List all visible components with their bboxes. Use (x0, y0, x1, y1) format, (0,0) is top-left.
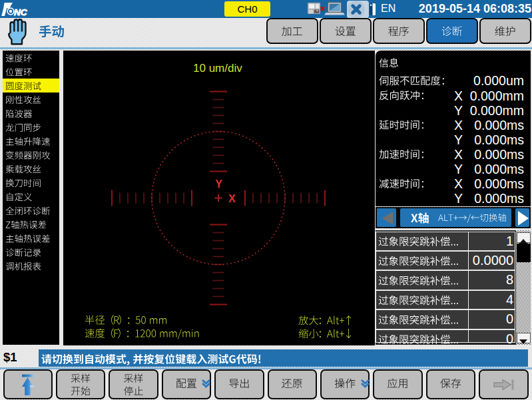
svg-text:Y: Y (215, 178, 222, 190)
svg-text:NC: NC (14, 7, 27, 17)
svg-text:X: X (228, 192, 236, 204)
